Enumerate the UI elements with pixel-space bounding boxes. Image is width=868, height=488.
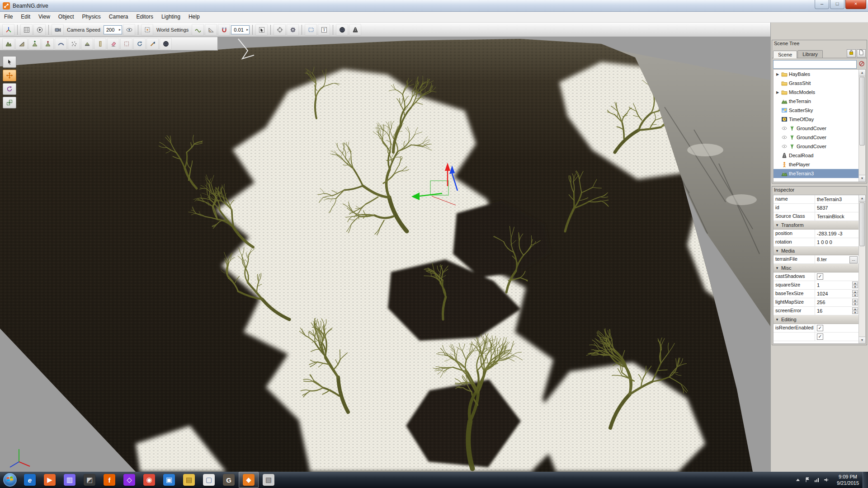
taskbar-app-photo-viewer[interactable]: ▣ — [159, 472, 179, 488]
taskbar-app-media-player[interactable]: ▶ — [40, 472, 60, 488]
road-tool-button[interactable] — [349, 24, 361, 36]
taskbar-app-chrome[interactable]: ◉ — [139, 472, 159, 488]
spin-up-button[interactable]: ▲ — [852, 299, 858, 302]
window-titlebar[interactable]: BeamNG.drive – □ × — [0, 0, 868, 12]
taskbar-app-notepad[interactable]: ▢ — [199, 472, 219, 488]
tab-scene[interactable]: Scene — [773, 51, 797, 58]
object-select-button[interactable] — [3, 56, 16, 68]
spin-up-button[interactable]: ▲ — [852, 290, 858, 293]
terrain-lower-button[interactable] — [42, 38, 54, 50]
center-on-object-button[interactable] — [274, 24, 286, 36]
clock[interactable]: 9:09 PM 9/21/2015 — [833, 474, 863, 486]
field-value[interactable]: -283.199 -3 — [815, 230, 859, 238]
scrollbar-thumb[interactable] — [859, 202, 865, 246]
clear-filter-button[interactable] — [858, 61, 866, 69]
spin-up-button[interactable]: ▲ — [852, 307, 858, 310]
field-value[interactable]: 1▲▼ — [815, 281, 859, 289]
field-value[interactable]: 8.ter... — [815, 255, 859, 263]
world-layer-button[interactable] — [336, 24, 348, 36]
tree-item-haybales[interactable]: ▶HayBales — [774, 70, 859, 79]
close-button[interactable]: × — [845, 0, 866, 9]
scene-tree-scrollbar[interactable]: ▲ ▼ — [859, 70, 865, 182]
snap-angle-button[interactable] — [205, 24, 217, 36]
terrain-set-height-button[interactable] — [94, 38, 106, 50]
field-checkbox[interactable]: ✓ — [817, 333, 823, 340]
tray-show-hidden-icons[interactable] — [795, 477, 801, 483]
camera-speed-combo[interactable]: 200▸ — [104, 25, 122, 34]
soft-snap-button[interactable] — [218, 24, 230, 36]
taskbar-app-gimp[interactable]: G — [219, 472, 239, 488]
menu-edit[interactable]: Edit — [17, 12, 34, 22]
inspector-section-editing[interactable]: ▼Editing — [774, 315, 859, 324]
minimize-button[interactable]: – — [815, 0, 829, 9]
terrain-adjust-height-button[interactable] — [15, 38, 28, 50]
field-value[interactable]: ✓ — [815, 324, 859, 332]
start-button[interactable] — [0, 472, 20, 488]
tree-item-groundcover[interactable]: GroundCover — [774, 124, 859, 133]
tree-item-theterrain[interactable]: theTerrain — [774, 97, 859, 106]
combo-arrow-icon[interactable]: ▸ — [246, 28, 248, 32]
menu-camera[interactable]: Camera — [105, 12, 132, 22]
tree-item-theterrain3[interactable]: theTerrain3 — [774, 169, 859, 178]
taskbar-app-file-explorer[interactable]: ▤ — [179, 472, 199, 488]
object-scale-button[interactable] — [3, 97, 16, 108]
terrain-paint-material-button[interactable] — [146, 38, 159, 50]
scrollbar-thumb[interactable] — [859, 77, 865, 145]
play-level-button[interactable] — [33, 24, 46, 36]
inspector-section-misc[interactable]: ▼Misc — [774, 264, 859, 272]
inspector-scrollbar[interactable]: ▲ ▼ — [859, 195, 865, 343]
castShadows-checkbox[interactable]: ✓ — [817, 273, 823, 280]
box-select-button[interactable] — [305, 24, 317, 36]
toggle-grid-button[interactable] — [20, 24, 33, 36]
spin-down-button[interactable]: ▼ — [852, 302, 858, 305]
field-value[interactable]: ✓ — [815, 272, 859, 281]
scroll-up-icon[interactable]: ▲ — [859, 195, 865, 202]
menu-object[interactable]: Object — [54, 12, 78, 22]
spin-down-button[interactable]: ▼ — [852, 294, 858, 297]
object-translate-button[interactable] — [3, 70, 16, 81]
terrain-paint-noise-button[interactable] — [68, 38, 80, 50]
camera-menu-button[interactable] — [52, 24, 64, 36]
taskbar-app-molecule-viewer[interactable]: ◇ — [119, 472, 139, 488]
world-editor-button[interactable] — [2, 24, 14, 36]
field-value[interactable]: 1 0 0 0 — [815, 238, 859, 246]
terrain-smooth-button[interactable] — [55, 38, 67, 50]
select-mode-button[interactable] — [255, 24, 268, 36]
expand-arrow-icon[interactable]: ▶ — [775, 72, 780, 76]
field-value[interactable]: TerrainBlock — [815, 212, 859, 221]
menu-file[interactable]: File — [0, 12, 17, 22]
scroll-down-icon[interactable]: ▼ — [859, 337, 865, 343]
isRenderEnabled-checkbox[interactable]: ✓ — [817, 325, 823, 331]
scene-filter-input[interactable] — [773, 60, 857, 69]
object-rotate-button[interactable] — [3, 83, 16, 95]
tree-item-groundcover[interactable]: GroundCover — [774, 133, 859, 142]
terrain-select-button[interactable] — [2, 38, 14, 50]
lock-selection-button[interactable] — [847, 49, 856, 57]
menu-physics[interactable]: Physics — [78, 12, 105, 22]
tree-item-theplayer[interactable]: thePlayer — [774, 160, 859, 169]
inspector-section-media[interactable]: ▼Media — [774, 247, 859, 255]
terrain-flatten-button[interactable] — [81, 38, 93, 50]
field-value[interactable]: ✓ — [815, 333, 859, 341]
snap-to-terrain-button[interactable] — [192, 24, 204, 36]
tray-network[interactable] — [814, 477, 820, 483]
taskbar-app-image-editor[interactable]: ▧ — [259, 472, 278, 488]
tree-item-groundcover[interactable]: GroundCover — [774, 142, 859, 151]
taskbar-app-internet-explorer[interactable]: e — [20, 472, 40, 488]
tree-item-timeofday[interactable]: TimeOfDay — [774, 115, 859, 124]
tab-library[interactable]: Library — [797, 50, 823, 58]
taskbar-app-photo-app[interactable]: ◩ — [80, 472, 99, 488]
expand-arrow-icon[interactable]: ▶ — [775, 90, 780, 94]
show-desktop-button[interactable] — [863, 472, 868, 488]
spin-up-button[interactable]: ▲ — [852, 282, 858, 285]
add-object-button[interactable] — [857, 49, 866, 57]
snap-size-combo[interactable]: 0.01▸ — [231, 25, 250, 34]
gizmo-settings-button[interactable] — [287, 24, 299, 36]
menu-lighting[interactable]: Lighting — [157, 12, 184, 22]
spin-down-button[interactable]: ▼ — [852, 285, 858, 288]
3d-scene[interactable] — [0, 37, 770, 472]
tree-item-grassshit[interactable]: GrassShit — [774, 79, 859, 88]
terrain-restore-button[interactable] — [133, 38, 146, 50]
terrain-set-empty-button[interactable] — [120, 38, 132, 50]
browse-file-button[interactable]: ... — [849, 256, 858, 263]
